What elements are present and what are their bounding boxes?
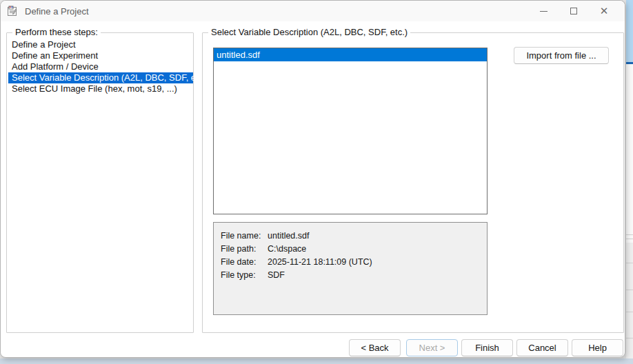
cancel-button[interactable]: Cancel	[516, 339, 568, 356]
background-divider	[626, 239, 633, 239]
file-info-row: File type: SDF	[221, 269, 487, 282]
steps-list: Define a Project Define an Experiment Ad…	[8, 39, 193, 94]
screen: Define a Project ✕ Perform these steps: …	[0, 0, 633, 364]
app-icon	[7, 6, 18, 17]
file-info-row: File path: C:\dspace	[221, 243, 487, 256]
background-divider	[626, 263, 633, 263]
background-divider	[626, 338, 633, 338]
variable-description-groupbox: Select Variable Description (A2L, DBC, S…	[202, 32, 624, 333]
minimize-button[interactable]	[528, 1, 559, 21]
window-title: Define a Project	[25, 6, 89, 17]
finish-button[interactable]: Finish	[461, 339, 513, 356]
list-item-untitled-sdf[interactable]: untitled.sdf	[214, 48, 487, 61]
background-window-blue-divider	[626, 62, 633, 64]
titlebar[interactable]: Define a Project ✕	[1, 1, 625, 21]
step-item-add-platform[interactable]: Add Platform / Device	[8, 61, 193, 72]
file-date-value: 2025-11-21 18:11:09 (UTC)	[268, 256, 372, 269]
file-name-label: File name:	[221, 230, 268, 243]
file-path-value: C:\dspace	[268, 243, 306, 256]
background-divider	[626, 290, 633, 290]
footer-button-bar: < Back Next > Finish Cancel Help	[1, 339, 626, 357]
step-item-define-project[interactable]: Define a Project	[8, 39, 193, 50]
import-from-file-button[interactable]: Import from file ...	[514, 47, 609, 64]
next-button: Next >	[406, 339, 458, 356]
maximize-button[interactable]	[559, 1, 589, 21]
file-info-panel: File name: untitled.sdf File path: C:\ds…	[213, 222, 488, 315]
close-icon: ✕	[600, 5, 609, 17]
steps-groupbox: Perform these steps: Define a Project De…	[6, 32, 194, 333]
background-window-blue-panel	[626, 0, 633, 62]
file-path-label: File path:	[221, 243, 268, 256]
background-divider	[626, 312, 633, 312]
maximize-icon	[570, 8, 577, 14]
step-item-select-ecu-image[interactable]: Select ECU Image File (hex, mot, s19, ..…	[8, 83, 193, 94]
variable-description-groupbox-label: Select Variable Description (A2L, DBC, S…	[208, 27, 410, 37]
steps-groupbox-label: Perform these steps:	[12, 27, 101, 37]
back-button[interactable]: < Back	[349, 339, 401, 356]
minimize-icon	[540, 11, 547, 12]
background-window-strip	[625, 0, 633, 364]
file-type-label: File type:	[221, 269, 268, 282]
step-item-define-experiment[interactable]: Define an Experiment	[8, 50, 193, 61]
window-controls: ✕	[528, 1, 619, 21]
close-button[interactable]: ✕	[589, 1, 619, 21]
help-button[interactable]: Help	[572, 339, 623, 356]
file-type-value: SDF	[268, 269, 285, 282]
file-date-label: File date:	[221, 256, 268, 269]
file-info-row: File name: untitled.sdf	[221, 230, 487, 243]
variable-description-listbox[interactable]: untitled.sdf	[213, 48, 488, 214]
step-item-select-variable-description[interactable]: Select Variable Description (A2L, DBC, S…	[8, 72, 193, 83]
file-name-value: untitled.sdf	[268, 230, 309, 243]
define-project-dialog: Define a Project ✕ Perform these steps: …	[0, 0, 625, 358]
background-divider	[626, 234, 633, 235]
file-info-row: File date: 2025-11-21 18:11:09 (UTC)	[221, 256, 487, 269]
background-window-gray-panel	[626, 243, 633, 364]
desktop-strip	[0, 358, 633, 364]
